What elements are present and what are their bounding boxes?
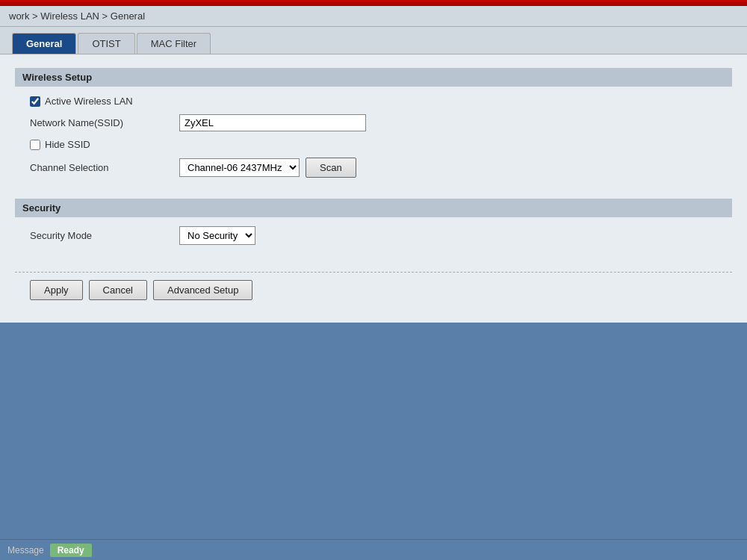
- security-mode-control: No Security WEP WPA-PSK WPA2-PSK WPA WPA…: [179, 226, 255, 245]
- background-spacer: [0, 323, 747, 547]
- channel-selection-label: Channel Selection: [30, 162, 179, 173]
- security-mode-select[interactable]: No Security WEP WPA-PSK WPA2-PSK WPA WPA…: [179, 226, 255, 245]
- status-value: Ready: [50, 544, 92, 557]
- ssid-input[interactable]: [179, 114, 366, 131]
- active-wireless-row: Active Wireless LAN: [30, 96, 717, 107]
- scan-button[interactable]: Scan: [306, 158, 356, 178]
- message-label: Message: [7, 545, 44, 556]
- channel-selection-row: Channel Selection Channel-06 2437MHz Cha…: [30, 158, 717, 178]
- hide-ssid-checkbox[interactable]: [30, 140, 40, 150]
- security-header: Security: [15, 199, 732, 217]
- active-wireless-label[interactable]: Active Wireless LAN: [45, 96, 133, 107]
- network-name-control: [179, 114, 366, 131]
- breadcrumb-text: work > Wireless LAN > General: [9, 10, 145, 22]
- tab-mac-filter[interactable]: MAC Filter: [137, 33, 211, 54]
- form-panel: Wireless Setup Active Wireless LAN Netwo…: [0, 55, 747, 323]
- wireless-setup-body: Active Wireless LAN Network Name(SSID) H…: [15, 96, 732, 193]
- network-name-row: Network Name(SSID): [30, 114, 717, 131]
- security-mode-row: Security Mode No Security WEP WPA-PSK WP…: [30, 226, 717, 245]
- tab-general[interactable]: General: [12, 33, 76, 54]
- top-bar: [0, 0, 747, 6]
- security-body: Security Mode No Security WEP WPA-PSK WP…: [15, 226, 732, 260]
- button-row: Apply Cancel Advanced Setup: [15, 272, 732, 308]
- network-name-label: Network Name(SSID): [30, 117, 179, 128]
- channel-selection-control: Channel-06 2437MHz Channel-01 2412MHz Ch…: [179, 158, 356, 178]
- status-bar: Message Ready: [0, 539, 747, 560]
- tab-bar: General OTIST MAC Filter: [0, 27, 747, 55]
- tab-otist[interactable]: OTIST: [78, 33, 134, 54]
- active-wireless-checkbox[interactable]: [30, 96, 40, 107]
- hide-ssid-row: Hide SSID: [30, 139, 717, 150]
- security-mode-label: Security Mode: [30, 230, 179, 241]
- hide-ssid-label[interactable]: Hide SSID: [45, 139, 90, 150]
- advanced-setup-button[interactable]: Advanced Setup: [153, 280, 252, 300]
- channel-select[interactable]: Channel-06 2437MHz Channel-01 2412MHz Ch…: [179, 158, 300, 177]
- wireless-setup-header: Wireless Setup: [15, 68, 732, 87]
- cancel-button[interactable]: Cancel: [89, 280, 147, 300]
- apply-button[interactable]: Apply: [30, 280, 83, 300]
- breadcrumb: work > Wireless LAN > General: [0, 6, 747, 27]
